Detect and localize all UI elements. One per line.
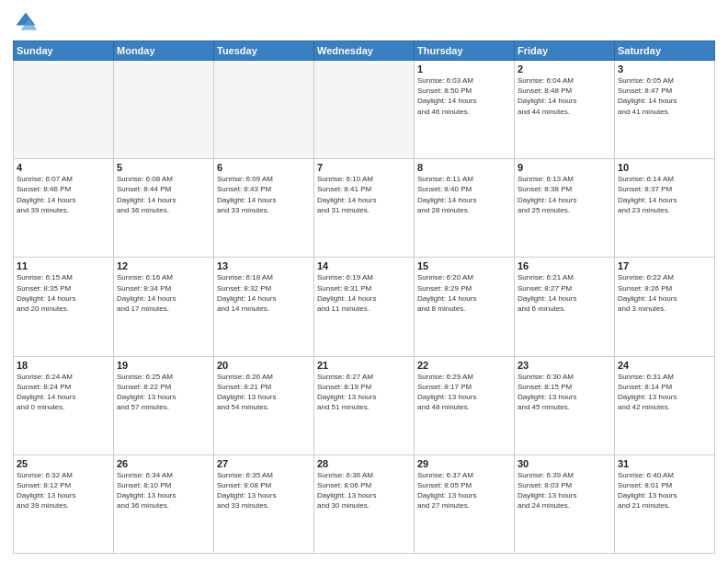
day-info: Sunrise: 6:31 AMSunset: 8:14 PMDaylight:… [618,372,711,413]
day-number: 7 [317,162,411,173]
table-row: 29Sunrise: 6:37 AMSunset: 8:05 PMDayligh… [415,454,515,553]
col-saturday: Saturday [615,41,715,61]
day-number: 25 [17,458,110,469]
day-info: Sunrise: 6:30 AMSunset: 8:15 PMDaylight:… [518,372,611,413]
col-tuesday: Tuesday [214,41,314,61]
day-number: 8 [417,162,511,173]
day-number: 12 [117,260,210,271]
day-number: 16 [518,260,611,271]
table-row: 24Sunrise: 6:31 AMSunset: 8:14 PMDayligh… [615,356,715,454]
day-info: Sunrise: 6:22 AMSunset: 8:26 PMDaylight:… [618,272,711,314]
table-row [214,61,314,159]
table-row [114,61,214,159]
table-row: 11Sunrise: 6:15 AMSunset: 8:35 PMDayligh… [14,258,114,356]
day-info: Sunrise: 6:08 AMSunset: 8:44 PMDaylight:… [117,174,210,215]
table-row: 8Sunrise: 6:11 AMSunset: 8:40 PMDaylight… [415,159,515,258]
day-number: 31 [618,458,711,469]
day-number: 30 [518,458,611,469]
header-row: Sunday Monday Tuesday Wednesday Thursday… [14,41,715,61]
day-info: Sunrise: 6:19 AMSunset: 8:31 PMDaylight:… [317,272,411,314]
table-row [314,61,415,159]
day-number: 23 [518,360,611,371]
table-row: 6Sunrise: 6:09 AMSunset: 8:43 PMDaylight… [214,159,314,258]
table-row: 9Sunrise: 6:13 AMSunset: 8:38 PMDaylight… [515,159,615,258]
day-number: 5 [117,162,210,173]
day-info: Sunrise: 6:32 AMSunset: 8:12 PMDaylight:… [17,470,110,511]
day-number: 21 [317,360,411,371]
calendar-header: Sunday Monday Tuesday Wednesday Thursday… [14,41,715,61]
day-info: Sunrise: 6:29 AMSunset: 8:17 PMDaylight:… [417,372,511,413]
day-number: 6 [217,162,311,173]
table-row: 10Sunrise: 6:14 AMSunset: 8:37 PMDayligh… [615,159,715,258]
day-info: Sunrise: 6:37 AMSunset: 8:05 PMDaylight:… [417,470,511,511]
day-info: Sunrise: 6:25 AMSunset: 8:22 PMDaylight:… [117,372,210,413]
table-row: 28Sunrise: 6:36 AMSunset: 8:06 PMDayligh… [314,454,415,553]
day-number: 4 [17,162,110,173]
day-number: 17 [618,260,711,271]
table-row [14,61,114,159]
day-info: Sunrise: 6:03 AMSunset: 8:50 PMDaylight:… [417,75,511,117]
table-row: 20Sunrise: 6:26 AMSunset: 8:21 PMDayligh… [214,356,314,454]
table-row: 19Sunrise: 6:25 AMSunset: 8:22 PMDayligh… [114,356,214,454]
day-number: 2 [518,63,611,75]
page: Sunday Monday Tuesday Wednesday Thursday… [0,0,728,563]
table-row: 21Sunrise: 6:27 AMSunset: 8:19 PMDayligh… [314,356,415,454]
day-info: Sunrise: 6:40 AMSunset: 8:01 PMDaylight:… [618,470,711,511]
day-info: Sunrise: 6:05 AMSunset: 8:47 PMDaylight:… [618,75,711,117]
day-info: Sunrise: 6:24 AMSunset: 8:24 PMDaylight:… [17,372,110,413]
day-info: Sunrise: 6:27 AMSunset: 8:19 PMDaylight:… [317,372,411,413]
day-number: 28 [317,458,411,469]
day-info: Sunrise: 6:04 AMSunset: 8:48 PMDaylight:… [518,75,611,117]
day-info: Sunrise: 6:34 AMSunset: 8:10 PMDaylight:… [117,470,210,511]
day-number: 10 [618,162,711,173]
day-number: 20 [217,360,311,371]
day-number: 1 [417,63,511,75]
day-info: Sunrise: 6:36 AMSunset: 8:06 PMDaylight:… [317,470,411,511]
day-info: Sunrise: 6:10 AMSunset: 8:41 PMDaylight:… [317,174,411,215]
day-info: Sunrise: 6:16 AMSunset: 8:34 PMDaylight:… [117,272,210,314]
table-row: 3Sunrise: 6:05 AMSunset: 8:47 PMDaylight… [615,61,715,159]
table-row: 25Sunrise: 6:32 AMSunset: 8:12 PMDayligh… [14,454,114,553]
col-thursday: Thursday [415,41,515,61]
day-number: 24 [618,360,711,371]
table-row: 5Sunrise: 6:08 AMSunset: 8:44 PMDaylight… [114,159,214,258]
day-info: Sunrise: 6:09 AMSunset: 8:43 PMDaylight:… [217,174,311,215]
day-number: 29 [417,458,511,469]
table-row: 12Sunrise: 6:16 AMSunset: 8:34 PMDayligh… [114,258,214,356]
col-monday: Monday [114,41,214,61]
header [13,9,715,35]
day-number: 3 [618,63,711,75]
calendar-row: 11Sunrise: 6:15 AMSunset: 8:35 PMDayligh… [14,258,715,356]
day-number: 18 [17,360,110,371]
table-row: 17Sunrise: 6:22 AMSunset: 8:26 PMDayligh… [615,258,715,356]
calendar-body: 1Sunrise: 6:03 AMSunset: 8:50 PMDaylight… [14,61,715,554]
day-info: Sunrise: 6:07 AMSunset: 8:46 PMDaylight:… [17,174,110,215]
table-row: 1Sunrise: 6:03 AMSunset: 8:50 PMDaylight… [415,61,515,159]
table-row: 15Sunrise: 6:20 AMSunset: 8:29 PMDayligh… [415,258,515,356]
table-row: 18Sunrise: 6:24 AMSunset: 8:24 PMDayligh… [14,356,114,454]
table-row: 14Sunrise: 6:19 AMSunset: 8:31 PMDayligh… [314,258,415,356]
day-number: 19 [117,360,210,371]
day-number: 27 [217,458,311,469]
table-row: 2Sunrise: 6:04 AMSunset: 8:48 PMDaylight… [515,61,615,159]
day-info: Sunrise: 6:13 AMSunset: 8:38 PMDaylight:… [518,174,611,215]
col-friday: Friday [515,41,615,61]
table-row: 22Sunrise: 6:29 AMSunset: 8:17 PMDayligh… [415,356,515,454]
day-info: Sunrise: 6:14 AMSunset: 8:37 PMDaylight:… [618,174,711,215]
day-info: Sunrise: 6:15 AMSunset: 8:35 PMDaylight:… [17,272,110,314]
table-row: 7Sunrise: 6:10 AMSunset: 8:41 PMDaylight… [314,159,415,258]
logo [13,9,42,35]
table-row: 27Sunrise: 6:35 AMSunset: 8:08 PMDayligh… [214,454,314,553]
day-info: Sunrise: 6:26 AMSunset: 8:21 PMDaylight:… [217,372,311,413]
day-number: 9 [518,162,611,173]
table-row: 16Sunrise: 6:21 AMSunset: 8:27 PMDayligh… [515,258,615,356]
table-row: 23Sunrise: 6:30 AMSunset: 8:15 PMDayligh… [515,356,615,454]
col-wednesday: Wednesday [314,41,415,61]
day-number: 26 [117,458,210,469]
day-info: Sunrise: 6:39 AMSunset: 8:03 PMDaylight:… [518,470,611,511]
day-number: 13 [217,260,311,271]
col-sunday: Sunday [14,41,114,61]
calendar-row: 25Sunrise: 6:32 AMSunset: 8:12 PMDayligh… [14,454,715,553]
day-number: 15 [417,260,511,271]
table-row: 13Sunrise: 6:18 AMSunset: 8:32 PMDayligh… [214,258,314,356]
